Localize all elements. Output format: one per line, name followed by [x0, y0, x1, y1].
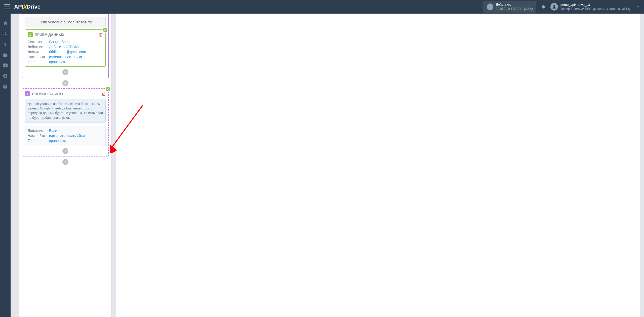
f-access-value[interactable]: riddleandrii@gmail.com	[49, 50, 86, 54]
f4-settings-value[interactable]: изменить настройки	[49, 134, 85, 138]
bell-icon[interactable]	[541, 4, 546, 9]
add-between-button[interactable]: +	[62, 80, 68, 86]
add-inner-button[interactable]: +	[62, 148, 68, 154]
logic-info: Данное условие сработает, если в блоке П…	[25, 99, 106, 123]
f4-settings-label: Настройки	[28, 134, 49, 138]
content: Если условие выполняется, то ✓ 1 ПРИЕМ Д…	[11, 14, 644, 317]
block-purple-wrapper: Если условие выполняется, то ✓ 1 ПРИЕМ Д…	[22, 14, 109, 78]
main-layout: Если условие выполняется, то ✓ 1 ПРИЕМ Д…	[0, 14, 644, 317]
user-text: demo_apix-drive_s3 Тариф |Премиум PRO| д…	[560, 3, 631, 11]
f-system-value[interactable]: Google Sheets	[49, 40, 72, 44]
left-panel: Если условие выполняется, то ✓ 1 ПРИЕМ Д…	[19, 14, 111, 317]
svg-rect-0	[5, 32, 6, 33]
block-logic: ✓ 4 ЛОГИКА ЕСЛИ/ТО Данное условие сработ…	[22, 88, 109, 157]
f-action-label: Действие	[28, 45, 49, 49]
block4-title: ЛОГИКА ЕСЛИ/ТО	[32, 92, 63, 96]
block4-number: 4	[25, 91, 30, 96]
trash-icon[interactable]	[99, 33, 103, 37]
f-system-label: Система	[28, 40, 49, 44]
sidebar-user-icon[interactable]	[3, 73, 8, 78]
sidebar-briefcase-icon[interactable]	[3, 52, 8, 57]
actions-total: 100'000	[511, 7, 522, 11]
avatar-icon	[550, 3, 558, 11]
header-right: i Действия: 22'059 из 100'000 (22%) demo…	[483, 1, 640, 13]
block1-number: 1	[28, 32, 33, 37]
condition-text: Если условие выполняется, то	[25, 17, 106, 27]
actions-of: из	[506, 7, 511, 11]
f-test-value[interactable]: проверить	[49, 60, 66, 64]
info-icon: i	[487, 4, 493, 10]
header: API X Drive i Действия: 22'059 из 100'00…	[0, 0, 644, 14]
f-settings-value[interactable]: изменить настройки	[49, 55, 82, 59]
actions-text: Действия: 22'059 из 100'000 (22%)	[496, 3, 533, 11]
tariff-info: Тариф |Премиум PRO| до оплаты осталось 2…	[560, 7, 631, 11]
svg-rect-2	[5, 34, 6, 35]
svg-rect-1	[4, 34, 4, 35]
sidebar-connections-icon[interactable]	[3, 31, 8, 36]
sidebar	[0, 14, 11, 317]
logo-api: API	[14, 4, 23, 10]
add-inner-button[interactable]: +	[62, 69, 68, 75]
menu-button[interactable]	[4, 4, 10, 9]
svg-rect-3	[6, 34, 7, 35]
f-action-value[interactable]: Добавить СТРОКУ	[49, 45, 79, 49]
actions-counter[interactable]: i Действия: 22'059 из 100'000 (22%)	[483, 1, 536, 13]
chevron-down-icon[interactable]	[636, 5, 640, 9]
check-icon: ✓	[105, 86, 111, 92]
right-panel	[116, 14, 640, 317]
f4-action-value[interactable]: Если	[49, 129, 57, 133]
f-settings-label: Настройки	[28, 55, 49, 59]
trash-icon[interactable]	[102, 92, 106, 96]
f-test-label: Тест	[28, 60, 49, 64]
f4-action-label: Действие	[28, 129, 49, 133]
f4-test-value[interactable]: проверить	[49, 139, 66, 143]
add-after-button[interactable]: +	[62, 159, 68, 165]
check-icon: ✓	[102, 27, 108, 33]
block-data-receive: ✓ 1 ПРИЕМ ДАННЫХ СистемаGoogle Sheets	[25, 29, 106, 67]
sidebar-help-icon[interactable]	[3, 84, 8, 89]
logo-drive: Drive	[27, 4, 41, 10]
actions-label: Действия:	[496, 3, 533, 7]
sidebar-video-icon[interactable]	[3, 63, 8, 68]
header-left: API X Drive	[4, 3, 41, 11]
sidebar-dollar-icon[interactable]	[3, 42, 8, 47]
logo[interactable]: API X Drive	[14, 3, 41, 11]
username: demo_apix-drive_s3	[560, 3, 631, 7]
user-menu[interactable]: demo_apix-drive_s3 Тариф |Премиум PRO| д…	[550, 3, 631, 11]
f-access-label: Доступ	[28, 50, 49, 54]
actions-current: 22'059	[496, 7, 506, 11]
block1-title: ПРИЕМ ДАННЫХ	[35, 33, 64, 37]
f4-test-label: Тест	[28, 139, 49, 143]
sidebar-home-icon[interactable]	[3, 21, 8, 26]
